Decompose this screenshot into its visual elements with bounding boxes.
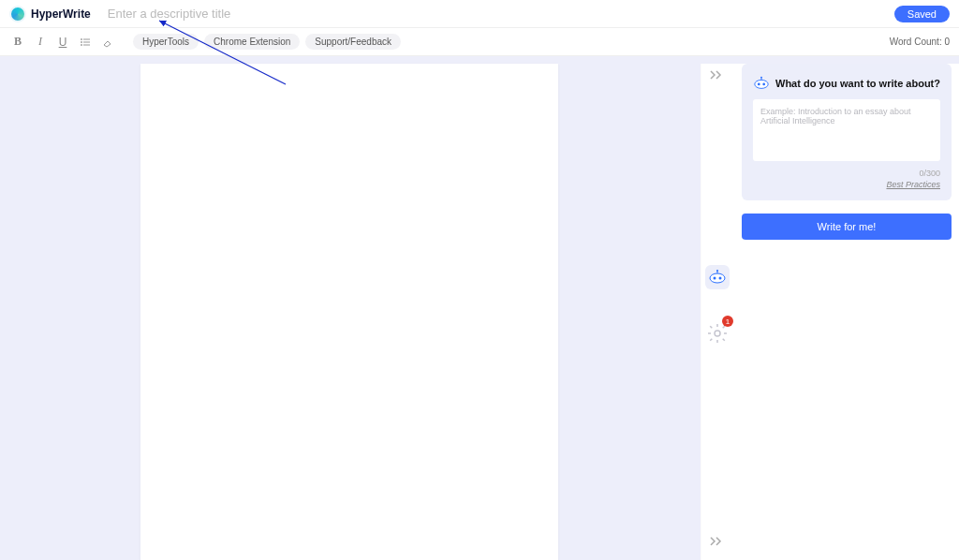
eraser-icon (102, 37, 113, 48)
editor-page[interactable] (140, 64, 558, 560)
title-input[interactable] (108, 7, 894, 21)
main-area: 1 What do you want to write about? (0, 56, 959, 560)
collapse-right-icon[interactable] (709, 69, 724, 81)
svg-point-13 (758, 83, 760, 86)
italic-button[interactable]: I (32, 34, 49, 51)
logo-icon (9, 6, 26, 22)
expand-right-icon[interactable] (709, 536, 724, 547)
svg-point-6 (710, 273, 725, 283)
svg-point-8 (719, 277, 722, 280)
list-icon (80, 37, 91, 48)
svg-point-7 (714, 277, 716, 280)
bot-icon (708, 268, 727, 287)
word-count: Word Count: 0 (890, 37, 950, 47)
prompt-title: What do you want to write about? (775, 78, 940, 89)
svg-point-3 (81, 38, 82, 39)
settings-badge: 1 (722, 316, 733, 327)
settings-button[interactable]: 1 (705, 321, 730, 346)
list-button[interactable] (77, 34, 94, 51)
right-panel: What do you want to write about? 0/300 B… (734, 64, 959, 560)
svg-point-4 (81, 41, 82, 42)
write-button[interactable]: Write for me! (742, 214, 952, 240)
underline-button[interactable]: U (54, 34, 71, 51)
prompt-textarea[interactable] (753, 99, 940, 161)
toolbar: B I U HyperTools Chrome Extension Suppor… (0, 28, 959, 56)
char-counter: 0/300 (753, 169, 940, 178)
best-practices-link[interactable]: Best Practices (753, 180, 940, 189)
support-button[interactable]: Support/Feedback (305, 34, 401, 50)
header: HyperWrite Saved (0, 0, 959, 28)
clear-format-button[interactable] (99, 34, 116, 51)
hypertools-button[interactable]: HyperTools (133, 34, 199, 50)
logo[interactable]: HyperWrite (9, 6, 91, 22)
svg-point-14 (762, 83, 765, 86)
prompt-card: What do you want to write about? 0/300 B… (742, 64, 952, 200)
svg-point-16 (760, 77, 762, 79)
assistant-icon-button[interactable] (705, 265, 730, 289)
prompt-title-row: What do you want to write about? (753, 75, 940, 92)
svg-point-12 (755, 80, 768, 88)
saved-button[interactable]: Saved (894, 6, 950, 22)
chevron-right-double-icon (709, 69, 724, 81)
svg-point-10 (716, 270, 718, 272)
brand-name: HyperWrite (31, 7, 91, 21)
svg-point-11 (715, 331, 720, 336)
bot-icon (753, 75, 770, 92)
chrome-extension-button[interactable]: Chrome Extension (204, 34, 300, 50)
svg-point-5 (81, 44, 82, 45)
bold-button[interactable]: B (9, 34, 26, 51)
side-rail: 1 (701, 64, 734, 560)
chevron-right-double-icon (709, 536, 724, 547)
